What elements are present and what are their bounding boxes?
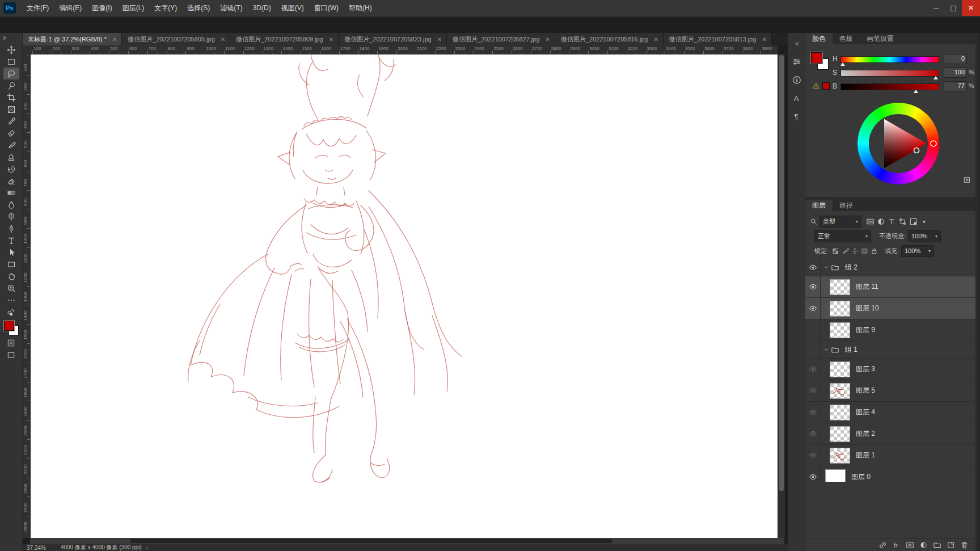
frame-tool[interactable]	[3, 103, 19, 115]
sv-triangle[interactable]	[858, 103, 939, 184]
brightness-slider[interactable]	[840, 83, 939, 90]
maximize-button[interactable]: ▢	[945, 0, 962, 16]
default-colors-icon[interactable]	[3, 306, 19, 318]
lasso-tool[interactable]	[3, 68, 19, 79]
brightness-slider-marker[interactable]	[914, 90, 918, 93]
lock-pixels-icon[interactable]	[842, 247, 849, 255]
shape-layer-filter-icon[interactable]	[898, 217, 907, 226]
visibility-toggle[interactable]	[805, 359, 821, 380]
link-layers-icon[interactable]	[878, 541, 887, 549]
clone-stamp-tool[interactable]	[3, 151, 19, 163]
group-expand-icon[interactable]	[823, 264, 830, 271]
layer-row[interactable]: 图层 1	[805, 445, 975, 466]
layer-effects-icon[interactable]: fx	[892, 541, 901, 549]
visibility-toggle[interactable]	[805, 341, 821, 358]
document-tab[interactable]: 微信图片_20221007205809.jpg✕	[230, 33, 339, 45]
document-tab[interactable]: 微信图片_20221007205813.jpg✕	[664, 33, 772, 45]
character-panel-icon[interactable]: A	[789, 91, 804, 106]
menu-item[interactable]: 文件(F)	[22, 0, 54, 16]
adjustment-layer-filter-icon[interactable]	[877, 217, 885, 226]
layer-thumbnail[interactable]	[830, 405, 850, 420]
expand-panels-icon[interactable]	[789, 36, 804, 51]
pen-tool[interactable]	[3, 222, 19, 234]
saturation-value-field[interactable]: 100	[944, 68, 967, 78]
menu-item[interactable]: 文字(Y)	[149, 0, 182, 16]
layer-thumbnail[interactable]	[830, 361, 850, 377]
visibility-toggle[interactable]	[805, 423, 821, 444]
brightness-value-field[interactable]: 77	[944, 81, 967, 91]
lock-transparency-icon[interactable]	[832, 247, 839, 255]
warning-icon[interactable]	[812, 82, 820, 90]
horizontal-scrollbar-thumb[interactable]	[130, 539, 612, 543]
smart-object-filter-icon[interactable]	[909, 217, 918, 226]
close-button[interactable]: ✕	[962, 0, 980, 16]
type-layer-filter-icon[interactable]	[888, 217, 896, 226]
menu-item[interactable]: 编辑(E)	[54, 0, 87, 16]
document-tab[interactable]: 未标题-1 @ 37.2%(RGB/8) *✕	[22, 33, 122, 45]
layer-thumbnail[interactable]	[830, 426, 850, 442]
canvas[interactable]	[30, 54, 778, 538]
document-tab[interactable]: 微信图片_20221007205827.jpg✕	[447, 33, 555, 45]
layer-row[interactable]: 图层 3	[805, 359, 975, 380]
status-menu-chevron-icon[interactable]: ›	[146, 545, 148, 551]
visibility-toggle[interactable]	[805, 319, 821, 340]
move-tool[interactable]	[3, 44, 19, 56]
menu-item[interactable]: 图层(L)	[117, 0, 150, 16]
new-layer-icon[interactable]	[947, 541, 955, 549]
quick-selection-tool[interactable]	[3, 79, 19, 91]
document-tab[interactable]: 微信图片_20221007205805.jpg✕	[122, 33, 230, 45]
menu-item[interactable]: 滤镜(T)	[215, 0, 247, 16]
edit-toolbar[interactable]	[3, 294, 19, 306]
layer-thumbnail[interactable]	[830, 448, 850, 464]
tab-close-icon[interactable]: ✕	[437, 36, 442, 43]
eraser-tool[interactable]	[3, 175, 19, 187]
delete-layer-icon[interactable]	[960, 541, 969, 549]
tab-close-icon[interactable]: ✕	[112, 36, 117, 43]
quick-mask-icon[interactable]	[3, 337, 19, 349]
layer-row[interactable]: 图层 9	[805, 319, 975, 341]
expand-panel-icon[interactable]	[963, 176, 971, 184]
layer-row[interactable]: 图层 5	[805, 380, 975, 402]
tab-close-icon[interactable]: ✕	[221, 36, 225, 43]
dodge-tool[interactable]	[3, 211, 19, 222]
healing-brush-tool[interactable]	[3, 127, 19, 139]
foreground-color-swatch[interactable]	[4, 321, 14, 331]
menu-item[interactable]: 窗口(W)	[309, 0, 344, 16]
vertical-scrollbar-thumb[interactable]	[779, 55, 784, 491]
blur-tool[interactable]	[3, 199, 19, 211]
saturation-slider[interactable]	[840, 70, 939, 77]
lock-artboard-icon[interactable]	[861, 247, 868, 255]
horizontal-scrollbar[interactable]	[30, 538, 784, 544]
saturation-slider-marker[interactable]	[933, 76, 938, 79]
add-layer-mask-icon[interactable]	[906, 541, 914, 549]
filter-type-dropdown[interactable]: 类型▾	[820, 216, 861, 228]
gamut-swatch[interactable]	[822, 82, 830, 90]
layer-row[interactable]: 图层 10	[805, 298, 975, 319]
layer-row[interactable]: 图层 0	[805, 466, 975, 482]
menu-item[interactable]: 帮助(H)	[344, 0, 377, 16]
visibility-toggle[interactable]	[805, 466, 821, 482]
document-tab[interactable]: 微信图片_20221007205823.jpg✕	[339, 33, 447, 45]
screen-mode-icon[interactable]	[3, 349, 19, 361]
visibility-toggle[interactable]	[805, 259, 821, 276]
layer-thumbnail[interactable]	[830, 279, 850, 295]
fill-dropdown[interactable]: 100%▾	[901, 245, 934, 257]
color-wheel[interactable]	[858, 103, 939, 184]
lock-all-icon[interactable]	[871, 247, 878, 255]
brush-tool[interactable]	[3, 139, 19, 151]
tab-layers[interactable]: 图层	[805, 200, 833, 211]
new-group-icon[interactable]	[933, 541, 941, 549]
layer-thumbnail[interactable]	[830, 383, 850, 399]
hue-slider[interactable]	[840, 56, 939, 63]
tab-brush-settings[interactable]: 画笔设置	[860, 33, 901, 44]
pixel-layer-filter-icon[interactable]	[866, 217, 875, 226]
lock-position-icon[interactable]	[851, 247, 859, 255]
layer-thumbnail[interactable]	[825, 469, 846, 482]
marquee-tool[interactable]	[3, 56, 19, 68]
info-panel-icon[interactable]	[789, 73, 804, 87]
new-adjustment-layer-icon[interactable]	[919, 541, 928, 549]
layer-row[interactable]: 图层 4	[805, 402, 975, 423]
layer-thumbnail[interactable]	[830, 322, 850, 338]
hue-slider-marker[interactable]	[840, 62, 845, 66]
tab-swatches[interactable]: 色板	[833, 33, 860, 44]
